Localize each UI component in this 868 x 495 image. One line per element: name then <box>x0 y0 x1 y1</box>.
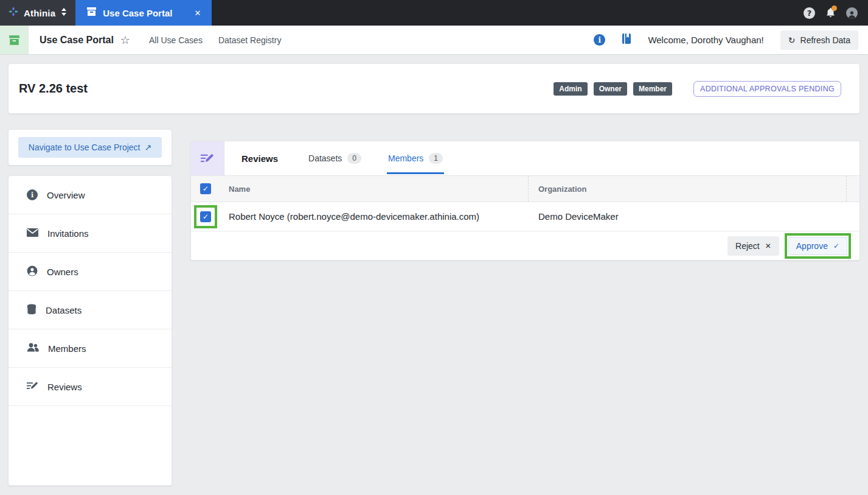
review-tabs: Datasets 0 Members 1 <box>308 141 443 175</box>
notification-dot <box>832 5 837 11</box>
brand-switcher[interactable]: Athinia <box>0 0 75 26</box>
sidebar-item-members[interactable]: Members <box>9 329 172 368</box>
rate-review-icon-purple <box>201 153 214 164</box>
release-notes-book-icon[interactable] <box>622 33 631 47</box>
sidebar-item-owners[interactable]: Owners <box>9 253 172 291</box>
approve-label: Approve <box>796 241 828 251</box>
database-icon <box>27 304 36 317</box>
use-case-title: RV 2.26 test <box>19 82 88 96</box>
role-badge-member: Member <box>633 82 672 96</box>
sidebar-item-datasets[interactable]: Datasets <box>9 291 172 329</box>
navigate-card: Navigate to Use Case Project ↗ <box>8 129 172 166</box>
sidebar-item-label: Invitations <box>47 228 89 239</box>
page: RV 2.26 test Admin Owner Member ADDITION… <box>0 55 868 486</box>
notifications-bell-icon[interactable] <box>825 7 836 18</box>
table-row[interactable]: ✓ Robert Noyce (robert.noyce@demo-device… <box>191 202 859 231</box>
nav-dataset-registry[interactable]: Dataset Registry <box>218 35 281 45</box>
favorite-star-icon[interactable]: ☆ <box>120 33 130 46</box>
nav-all-use-cases[interactable]: All Use Cases <box>149 35 203 45</box>
cell-organization: Demo DeviceMaker <box>529 211 847 222</box>
navigate-to-project-button[interactable]: Navigate to Use Case Project ↗ <box>18 137 162 158</box>
archive-icon-green <box>9 35 20 46</box>
reviews-panel-header: Reviews Datasets 0 Members 1 <box>191 141 859 176</box>
select-all-checkbox[interactable]: ✓ <box>200 183 211 194</box>
workspace-switcher-icon[interactable] <box>61 7 67 18</box>
tab-use-case-portal[interactable]: Use Case Portal ✕ <box>75 0 212 26</box>
info-icon[interactable]: i <box>594 34 605 46</box>
use-case-header-card: RV 2.26 test Admin Owner Member ADDITION… <box>8 63 860 114</box>
review-actions: Reject ✕ Approve ✓ <box>191 231 859 260</box>
cross-icon: ✕ <box>765 242 771 250</box>
topbar-actions: ? <box>804 0 868 26</box>
reviews-panel-icon-square <box>191 141 224 175</box>
sidebar-item-label: Owners <box>47 267 78 277</box>
athinia-logo-icon <box>9 7 18 19</box>
table-header: ✓ Name Organization <box>191 176 859 202</box>
person-icon <box>27 265 38 278</box>
row-checkbox[interactable]: ✓ <box>200 211 211 222</box>
sidebar-item-invitations[interactable]: Invitations <box>9 214 172 253</box>
app-title: Use Case Portal <box>40 35 114 46</box>
brand-name: Athinia <box>24 8 55 18</box>
appbar-actions: i Welcome, Dorothy Vaughan! ↻ Refresh Da… <box>594 30 868 50</box>
cell-member-name: Robert Noyce (robert.noyce@demo-devicema… <box>220 211 529 222</box>
app-icon-square <box>0 26 29 54</box>
sidebar-item-label: Overview <box>47 190 85 200</box>
reject-button[interactable]: Reject ✕ <box>727 236 779 256</box>
panel-heading: Reviews <box>241 153 278 164</box>
refresh-icon: ↻ <box>788 36 796 44</box>
column-header-organization: Organization <box>529 176 847 202</box>
help-icon[interactable]: ? <box>804 7 815 19</box>
sidebar-item-reviews[interactable]: Reviews <box>9 368 172 406</box>
row-checkbox-cell: ✓ <box>191 205 220 228</box>
role-badge-admin: Admin <box>554 82 587 96</box>
external-arrow-icon: ↗ <box>144 142 151 152</box>
tab-label: Members <box>388 153 423 163</box>
tab-label: Use Case Portal <box>103 8 172 18</box>
user-account-icon[interactable] <box>846 7 858 19</box>
app-nav: All Use Cases Dataset Registry <box>149 35 281 45</box>
tab-datasets[interactable]: Datasets 0 <box>308 141 361 176</box>
rate-review-icon <box>27 381 38 393</box>
sidebar-menu: i Overview Invitations Owners <box>8 175 172 486</box>
people-icon <box>27 343 39 354</box>
reject-label: Reject <box>735 241 760 251</box>
sidebar-item-overview[interactable]: i Overview <box>9 176 172 214</box>
app-bar: Use Case Portal ☆ All Use Cases Dataset … <box>0 26 868 55</box>
sidebar-item-label: Members <box>48 343 86 354</box>
highlight-box-approve: Approve ✓ <box>785 233 851 259</box>
top-bar: Athinia Use Case Portal ✕ ? <box>0 0 868 26</box>
tab-label: Datasets <box>308 153 342 163</box>
column-header-end-spacer <box>847 176 859 202</box>
tab-count-badge: 1 <box>429 153 443 164</box>
tab-members[interactable]: Members 1 <box>388 141 443 176</box>
welcome-text: Welcome, Dorothy Vaughan! <box>648 35 763 45</box>
refresh-label: Refresh Data <box>800 35 850 45</box>
check-icon: ✓ <box>833 242 839 250</box>
status-badge-pending-approvals: ADDITIONAL APPROVALS PENDING <box>693 81 841 97</box>
role-badges: Admin Owner Member <box>554 82 672 96</box>
refresh-data-button[interactable]: ↻ Refresh Data <box>780 30 858 50</box>
reviews-panel: Reviews Datasets 0 Members 1 <box>190 141 860 261</box>
envelope-icon <box>27 228 38 239</box>
select-all-cell: ✓ <box>191 176 220 202</box>
close-tab-icon[interactable]: ✕ <box>194 9 201 18</box>
archive-icon <box>86 7 97 19</box>
role-badge-owner: Owner <box>594 82 627 96</box>
approve-button[interactable]: Approve ✓ <box>788 237 847 255</box>
column-header-name: Name <box>220 176 529 202</box>
sidebar-item-label: Datasets <box>46 305 82 315</box>
navigate-label: Navigate to Use Case Project <box>29 142 141 152</box>
info-icon: i <box>27 189 38 200</box>
sidebar-item-label: Reviews <box>47 382 82 392</box>
highlight-box-checkbox: ✓ <box>194 205 217 228</box>
sidebar: Navigate to Use Case Project ↗ i Overvie… <box>8 129 172 486</box>
tab-count-badge: 0 <box>347 153 361 164</box>
